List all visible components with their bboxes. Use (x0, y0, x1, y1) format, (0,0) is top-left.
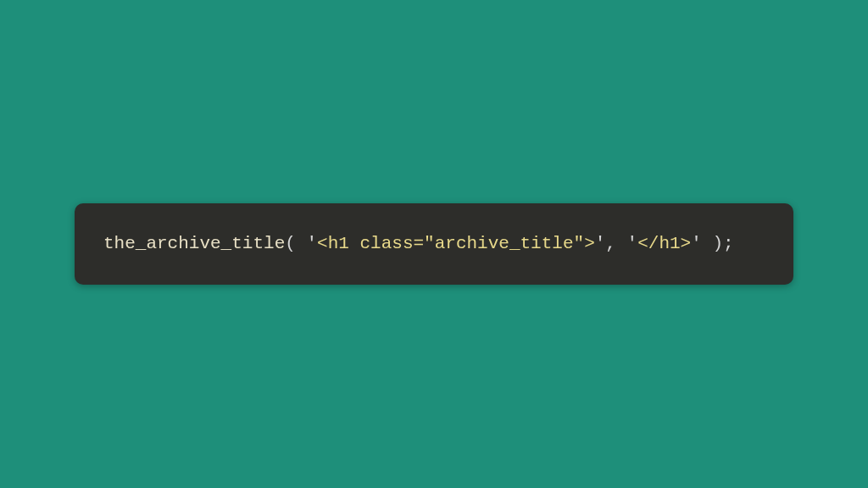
separator: , (605, 234, 626, 253)
code-block: the_archive_title( '<h1 class="archive_t… (75, 203, 793, 285)
close-paren: ) (702, 234, 723, 253)
string-quote-close-1: ' (595, 234, 606, 253)
string-quote-close-2: ' (691, 234, 702, 253)
string-content-1: <h1 class="archive_title"> (317, 234, 595, 253)
string-content-2: </h1> (637, 234, 691, 253)
string-quote-open-2: ' (627, 234, 638, 253)
semicolon: ; (723, 234, 734, 253)
function-name: the_archive_title (103, 234, 285, 253)
open-paren: ( (285, 234, 306, 253)
string-quote-open-1: ' (306, 234, 317, 253)
code-line: the_archive_title( '<h1 class="archive_t… (103, 230, 765, 258)
